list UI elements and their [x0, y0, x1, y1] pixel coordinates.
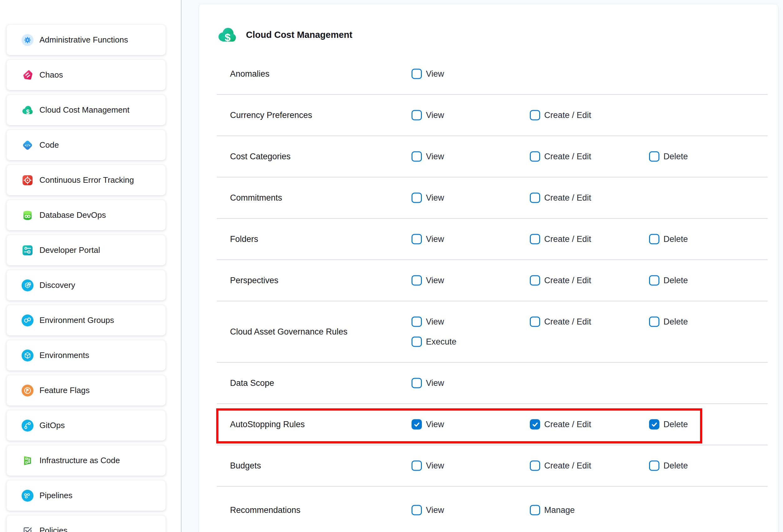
sidebar-item-code[interactable]: </>Code: [7, 130, 165, 160]
resource-label: Cloud Asset Governance Rules: [230, 327, 347, 337]
permission-cell: View: [411, 275, 444, 286]
checkbox-label: Delete: [663, 152, 688, 161]
checkbox-unchecked-icon[interactable]: [411, 337, 422, 347]
checkbox-recommendations-view[interactable]: View: [411, 505, 444, 515]
checkbox-currency-preferences-view[interactable]: View: [411, 110, 444, 121]
checkbox-cloud-asset-governance-rules-delete[interactable]: Delete: [649, 317, 688, 327]
checkbox-label: Execute: [426, 337, 457, 347]
checkbox-perspectives-create-edit[interactable]: Create / Edit: [530, 275, 591, 286]
checkbox-budgets-delete[interactable]: Delete: [649, 461, 688, 471]
checkbox-data-scope-view[interactable]: View: [411, 378, 444, 388]
checklist-icon: [22, 525, 33, 532]
checkbox-label: Delete: [663, 234, 688, 244]
checkbox-recommendations-manage[interactable]: Manage: [530, 505, 575, 515]
checkbox-unchecked-icon[interactable]: [649, 275, 659, 286]
checkbox-commitments-create-edit[interactable]: Create / Edit: [530, 193, 591, 203]
checkbox-checked-icon[interactable]: [411, 419, 422, 430]
sidebar-item-gitops[interactable]: GitOps: [7, 410, 165, 441]
checkbox-cost-categories-view[interactable]: View: [411, 152, 444, 162]
checkbox-label: View: [426, 461, 444, 471]
resource-label: Currency Preferences: [230, 111, 312, 120]
checkbox-unchecked-icon[interactable]: [530, 461, 540, 471]
checkbox-unchecked-icon[interactable]: [649, 317, 659, 327]
checkbox-unchecked-icon[interactable]: [411, 234, 422, 244]
sidebar-item-chaos[interactable]: Chaos: [7, 60, 165, 90]
database-icon: [22, 209, 33, 221]
checkbox-commitments-view[interactable]: View: [411, 193, 444, 203]
permission-cell: View: [411, 69, 444, 79]
panel-header: $ Cloud Cost Management: [217, 24, 352, 46]
resource-label: Commitments: [230, 193, 282, 203]
checkbox-cloud-asset-governance-rules-view[interactable]: View: [411, 317, 444, 327]
checkbox-label: Manage: [544, 505, 575, 515]
checkbox-folders-view[interactable]: View: [411, 234, 444, 244]
sidebar-item-policies[interactable]: Policies: [7, 515, 165, 532]
permission-cell: Delete: [649, 461, 688, 471]
checkbox-perspectives-delete[interactable]: Delete: [649, 275, 688, 286]
checkbox-unchecked-icon[interactable]: [411, 275, 422, 286]
checkbox-checked-icon[interactable]: [530, 419, 540, 430]
checkbox-currency-preferences-create-edit[interactable]: Create / Edit: [530, 110, 591, 121]
permission-cell: Create / Edit: [530, 419, 591, 430]
sidebar-item-environment-groups[interactable]: Environment Groups: [7, 305, 165, 336]
permission-cell: Delete: [649, 419, 688, 430]
checkbox-perspectives-view[interactable]: View: [411, 275, 444, 286]
sidebar-item-pipelines[interactable]: Pipelines: [7, 480, 165, 511]
modules-list: Administrative FunctionsChaos$Cloud Cost…: [7, 25, 165, 532]
checkbox-unchecked-icon[interactable]: [411, 69, 422, 79]
permission-cell: ViewExecute: [411, 317, 457, 347]
sidebar-item-label: Infrastructure as Code: [39, 456, 120, 465]
checkbox-unchecked-icon[interactable]: [649, 461, 659, 471]
checkbox-unchecked-icon[interactable]: [649, 152, 659, 162]
sidebar-item-cloud-cost-management[interactable]: $Cloud Cost Management: [7, 95, 165, 125]
checkbox-budgets-create-edit[interactable]: Create / Edit: [530, 461, 591, 471]
checkbox-cost-categories-delete[interactable]: Delete: [649, 152, 688, 162]
checkbox-label: Delete: [663, 276, 688, 285]
checkbox-unchecked-icon[interactable]: [649, 234, 659, 244]
resource-label: AutoStopping Rules: [230, 420, 305, 429]
checkbox-checked-icon[interactable]: [649, 419, 659, 430]
checkbox-label: View: [426, 193, 444, 203]
sidebar-item-developer-portal[interactable]: Developer Portal: [7, 235, 165, 265]
sidebar-item-feature-flags[interactable]: Feature Flags: [7, 375, 165, 406]
checkbox-autostopping-rules-view[interactable]: View: [411, 419, 444, 430]
checkbox-unchecked-icon[interactable]: [530, 110, 540, 121]
sidebar-item-environments[interactable]: Environments: [7, 340, 165, 371]
checkbox-unchecked-icon[interactable]: [530, 275, 540, 286]
checkbox-autostopping-rules-delete[interactable]: Delete: [649, 419, 688, 430]
checkbox-autostopping-rules-create-edit[interactable]: Create / Edit: [530, 419, 591, 430]
checkbox-unchecked-icon[interactable]: [411, 317, 422, 327]
checkbox-unchecked-icon[interactable]: [530, 505, 540, 515]
checkbox-unchecked-icon[interactable]: [530, 152, 540, 162]
checkbox-unchecked-icon[interactable]: [411, 152, 422, 162]
checkbox-budgets-view[interactable]: View: [411, 461, 444, 471]
checkbox-unchecked-icon[interactable]: [530, 193, 540, 203]
checkbox-folders-delete[interactable]: Delete: [649, 234, 688, 244]
sidebar-item-discovery[interactable]: Discovery: [7, 270, 165, 301]
sidebar-item-database-devops[interactable]: Database DevOps: [7, 200, 165, 230]
checkbox-label: View: [426, 420, 444, 429]
checkbox-unchecked-icon[interactable]: [411, 461, 422, 471]
permission-cell: Delete: [649, 152, 688, 162]
permission-cell: Manage: [530, 505, 575, 515]
pipeline-icon: [22, 490, 33, 502]
checkbox-cost-categories-create-edit[interactable]: Create / Edit: [530, 152, 591, 162]
hexagon-group-icon: [22, 314, 33, 326]
checkbox-unchecked-icon[interactable]: [530, 234, 540, 244]
checkbox-unchecked-icon[interactable]: [530, 317, 540, 327]
checkbox-unchecked-icon[interactable]: [411, 193, 422, 203]
svg-text:$: $: [26, 108, 29, 115]
checkbox-folders-create-edit[interactable]: Create / Edit: [530, 234, 591, 244]
checkbox-anomalies-view[interactable]: View: [411, 69, 444, 79]
checkbox-unchecked-icon[interactable]: [411, 110, 422, 121]
sidebar-item-infrastructure-as-code[interactable]: Infrastructure as Code: [7, 445, 165, 476]
checkbox-cloud-asset-governance-rules-create-edit[interactable]: Create / Edit: [530, 317, 591, 327]
checkbox-unchecked-icon[interactable]: [411, 378, 422, 388]
sidebar-item-administrative-functions[interactable]: Administrative Functions: [7, 25, 165, 55]
checkbox-cloud-asset-governance-rules-execute[interactable]: Execute: [411, 337, 457, 347]
sidebar-item-continuous-error-tracking[interactable]: Continuous Error Tracking: [7, 165, 165, 195]
checkbox-label: Delete: [663, 420, 688, 429]
checkbox-label: View: [426, 111, 444, 120]
permission-cell: View: [411, 234, 444, 244]
checkbox-unchecked-icon[interactable]: [411, 505, 422, 515]
